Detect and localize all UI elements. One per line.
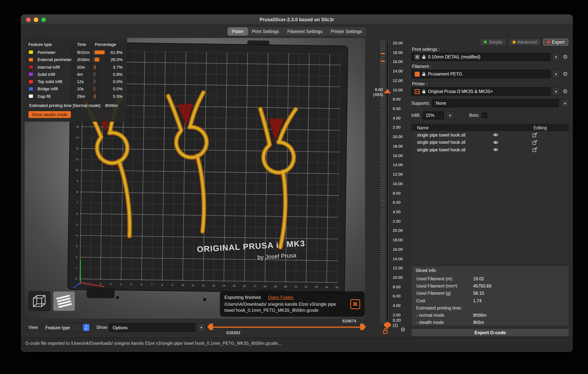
ruler-tick-label: 2.00 [393,125,400,129]
gcode-range-slider-left-handle[interactable] [207,323,213,330]
bed-x-tick: 22 [304,285,308,288]
visibility-toggle[interactable] [493,148,499,152]
infill-select[interactable]: 15% [422,111,444,119]
color-change-marker [381,61,385,62]
filament-gear-icon[interactable]: ⚙ [561,71,569,77]
show-select[interactable]: Options [109,323,196,332]
print-settings-d ropdown-button[interactable]: ▾ [552,53,560,61]
upper-layer-value: 9.60 (493) [367,87,383,97]
mode-simple-button[interactable]: Simple [480,39,506,45]
stepper-down-icon: ▼ [85,328,88,330]
close-window-button[interactable] [26,17,31,22]
mode-expert-button[interactable]: Expert [543,39,568,45]
bed-y-tick: 9 [77,179,78,182]
slider-settings-gear-icon[interactable]: ⚙ [400,326,405,333]
mode-advanced-button[interactable]: Advanced [509,39,540,45]
legend-header: Feature type Time Percentage [25,41,127,48]
feature-name: External perimeter [38,57,77,62]
viewport[interactable]: 0123456789101112131415161718192021222324… [25,38,365,319]
table-row[interactable]: single pipe towel hook.stl [412,146,569,153]
sliced-info-row: Cost1.74 [412,297,569,304]
feature-name: Bridge infill [38,87,77,91]
supports-select[interactable]: None [432,99,559,107]
print-settings-gear-icon[interactable]: ⚙ [561,53,569,60]
brim-checkbox[interactable] [482,113,487,118]
percentage-value: 0.0% [95,87,122,91]
bed-x-tick: 24 [325,286,328,289]
ruler-tick-label: 12.00 [393,266,403,270]
ruler-tick-label: 12.00 [393,78,403,82]
object-table: Name Editing single pipe towel hook.stls… [411,124,569,266]
edit-object-button[interactable] [532,132,537,138]
tab-filament-settings[interactable]: Filament Settings [283,27,327,36]
edit-object-button[interactable] [532,140,537,145]
printer-gear-icon[interactable]: ⚙ [561,88,569,95]
export-gcode-button[interactable]: Export G-code [411,329,569,336]
print-profile-icon: ⚙ [415,54,420,59]
supports-dropdown-button[interactable]: ▾ [561,99,569,107]
legend-row: Top solid infill12s0.0% [25,78,127,85]
feature-time: 29m [77,94,94,98]
tab-printer-settings[interactable]: Printer Settings [327,27,366,36]
layer-slider-upper-handle[interactable] [384,89,391,93]
bed-x-tick: 11 [192,284,194,287]
legend-header-time: Time [77,42,94,46]
info-value: 9h5m [473,320,484,325]
edit-object-button[interactable] [532,147,537,153]
sliced-info-row: Used Filament (mm³)45750.69 [412,282,569,290]
preview-layers-view-button[interactable] [53,291,75,311]
tab-plater[interactable]: Plater [228,27,248,36]
visibility-toggle[interactable] [493,133,499,138]
bed-y-tick: 6 [76,212,78,215]
table-row[interactable]: single pipe towel hook.stl [412,139,569,146]
filament-dropdown-button[interactable]: ▾ [552,70,560,78]
export-finished-label: Exporting finished. [224,295,262,300]
lock-icon [422,72,426,76]
infill-dropdown-button[interactable]: ▾ [446,111,454,119]
exported-file-path: /Users/vk/Downloads/ srieginis karolis E… [224,301,346,313]
tab-group: PlaterPrint SettingsFilament SettingsPri… [228,27,366,36]
layer-slider: 20.0018.0016.0014.0012.0010.008.006.004.… [367,38,410,338]
export-notification: Exporting finished. Open Folder. /Users/… [220,291,365,317]
show-dropdown-button[interactable]: ▾ [197,323,205,332]
show-select-value: Options [113,325,127,330]
close-notification-button[interactable] [350,299,360,309]
bed-y-tick: 13 [76,136,79,139]
bed-x-tick: 19 [274,285,277,288]
infill-row: Infill: 15% ▾ Brim: [411,111,569,119]
ruler-tick-label: 14.00 [393,69,403,73]
mode-dot [547,41,550,44]
ruler-tick-label: 12.00 [393,172,403,176]
estimated-time-value: 8h56m [105,103,118,108]
print-settings-combo[interactable]: ⚙ 0.10mm DETAIL (modified) [411,53,550,61]
slider-lock-button[interactable] [383,327,388,335]
ruler-tick-label: 4.00 [393,303,400,307]
gcode-range-slider-right-handle[interactable] [360,323,366,330]
print-settings-row: ⚙ 0.10mm DETAIL (modified) ▾ ⚙ [411,53,569,61]
object-name: single pipe towel hook.stl [412,148,466,152]
filament-combo[interactable]: Prusament PETG [411,70,550,78]
table-row[interactable]: single pipe towel hook.stl [412,131,569,139]
filament-label: Filament : [412,64,431,69]
editor-3d-view-button[interactable] [28,291,50,311]
title-bar[interactable]: PrusaSlicer-2.3.0 based on Slic3r [21,14,573,25]
minimize-window-button[interactable] [34,17,38,22]
gcode-range-slider-track[interactable] [211,327,362,328]
zoom-window-button[interactable] [41,17,46,22]
view-label: View [28,325,38,330]
right-panel: SimpleAdvancedExpert Print settings : ⚙ … [411,38,569,338]
tab-print-settings[interactable]: Print Settings [248,27,283,36]
ruler-tick-label: 16.00 [393,153,403,157]
printer-combo[interactable]: Original Prusa i3 MK3S & MK3S+ [411,87,550,96]
gcode-range-max-value: 629674 [342,319,356,323]
bed-x-tick: 6 [141,283,142,286]
layer-slider-track[interactable] [386,41,388,325]
printer-dropdown-button[interactable]: ▾ [552,87,560,96]
open-folder-link[interactable]: Open Folder. [268,295,294,300]
view-select[interactable]: Feature type ▲ ▼ [42,323,91,332]
visibility-toggle[interactable] [493,140,499,145]
chevron-down-icon: ▾ [555,72,557,76]
show-stealth-mode-button[interactable]: Show stealth mode [28,111,71,118]
sliced-info-panel: Sliced Info Used Filament (m)19.02Used F… [411,266,569,326]
bed-y-tick: 10 [75,169,78,172]
